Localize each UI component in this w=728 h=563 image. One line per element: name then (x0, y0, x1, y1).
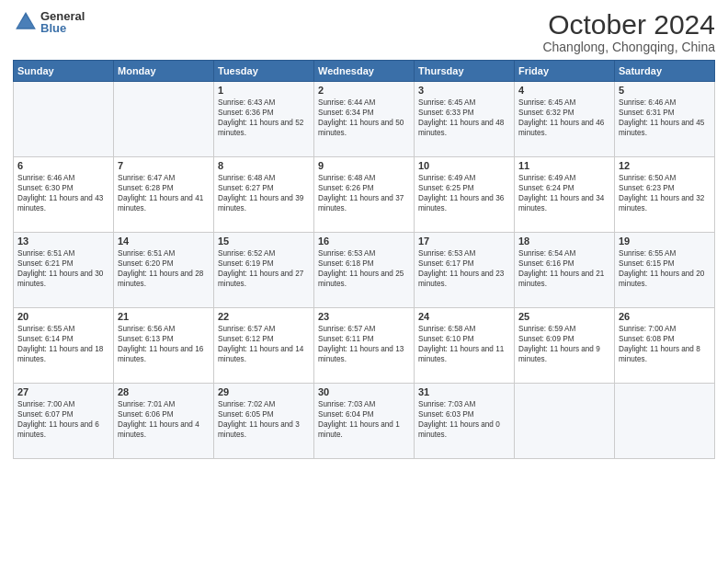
cell-content: Sunrise: 6:48 AMSunset: 6:26 PMDaylight:… (318, 173, 410, 213)
day-number: 8 (218, 160, 310, 171)
page: General Blue October 2024 Changlong, Cho… (0, 0, 728, 563)
calendar-week-row: 27Sunrise: 7:00 AMSunset: 6:07 PMDayligh… (14, 384, 715, 459)
calendar-cell: 20Sunrise: 6:55 AMSunset: 6:14 PMDayligh… (14, 308, 114, 384)
cell-content: Sunrise: 6:46 AMSunset: 6:30 PMDaylight:… (17, 173, 109, 213)
day-number: 26 (619, 311, 711, 322)
cell-content: Sunrise: 6:55 AMSunset: 6:15 PMDaylight:… (619, 248, 711, 289)
cell-content: Sunrise: 7:03 AMSunset: 6:03 PMDaylight:… (418, 399, 510, 440)
cell-content: Sunrise: 6:48 AMSunset: 6:27 PMDaylight:… (218, 173, 310, 213)
logo: General Blue (13, 9, 85, 35)
cell-content: Sunrise: 6:47 AMSunset: 6:28 PMDaylight:… (118, 173, 210, 213)
cell-content: Sunrise: 6:52 AMSunset: 6:19 PMDaylight:… (218, 248, 310, 289)
day-number: 22 (218, 311, 310, 322)
calendar-cell: 1Sunrise: 6:43 AMSunset: 6:36 PMDaylight… (214, 82, 314, 157)
day-number: 5 (619, 85, 711, 96)
calendar-cell: 15Sunrise: 6:52 AMSunset: 6:19 PMDayligh… (214, 233, 314, 308)
weekday-header-thursday: Thursday (415, 61, 515, 82)
calendar-cell (14, 82, 114, 157)
cell-content: Sunrise: 6:56 AMSunset: 6:13 PMDaylight:… (118, 324, 210, 364)
calendar-cell: 13Sunrise: 6:51 AMSunset: 6:21 PMDayligh… (14, 233, 114, 308)
logo-icon (13, 9, 39, 35)
cell-content: Sunrise: 6:43 AMSunset: 6:36 PMDaylight:… (218, 98, 310, 138)
cell-content: Sunrise: 6:45 AMSunset: 6:33 PMDaylight:… (418, 98, 510, 138)
calendar-cell: 8Sunrise: 6:48 AMSunset: 6:27 PMDaylight… (214, 157, 314, 233)
day-number: 12 (619, 160, 711, 171)
day-number: 18 (518, 236, 610, 247)
calendar-cell: 24Sunrise: 6:58 AMSunset: 6:10 PMDayligh… (415, 308, 515, 384)
calendar-cell: 10Sunrise: 6:49 AMSunset: 6:25 PMDayligh… (415, 157, 515, 233)
cell-content: Sunrise: 6:59 AMSunset: 6:09 PMDaylight:… (518, 324, 610, 364)
weekday-header-friday: Friday (515, 61, 615, 82)
cell-content: Sunrise: 6:51 AMSunset: 6:20 PMDaylight:… (118, 248, 210, 289)
calendar-week-row: 20Sunrise: 6:55 AMSunset: 6:14 PMDayligh… (14, 308, 715, 384)
cell-content: Sunrise: 7:01 AMSunset: 6:06 PMDaylight:… (118, 399, 210, 440)
cell-content: Sunrise: 6:53 AMSunset: 6:18 PMDaylight:… (318, 248, 410, 289)
calendar-cell: 6Sunrise: 6:46 AMSunset: 6:30 PMDaylight… (14, 157, 114, 233)
day-number: 13 (17, 236, 109, 247)
calendar-cell: 19Sunrise: 6:55 AMSunset: 6:15 PMDayligh… (615, 233, 715, 308)
weekday-header-wednesday: Wednesday (314, 61, 415, 82)
cell-content: Sunrise: 6:49 AMSunset: 6:25 PMDaylight:… (418, 173, 510, 213)
day-number: 10 (418, 160, 510, 171)
day-number: 9 (318, 160, 410, 171)
day-number: 4 (518, 85, 610, 96)
cell-content: Sunrise: 6:50 AMSunset: 6:23 PMDaylight:… (619, 173, 711, 213)
weekday-header-monday: Monday (114, 61, 214, 82)
calendar-cell: 2Sunrise: 6:44 AMSunset: 6:34 PMDaylight… (314, 82, 415, 157)
day-number: 7 (118, 160, 210, 171)
header: General Blue October 2024 Changlong, Cho… (13, 9, 715, 54)
calendar-cell: 3Sunrise: 6:45 AMSunset: 6:33 PMDaylight… (415, 82, 515, 157)
day-number: 11 (518, 160, 610, 171)
calendar-cell: 11Sunrise: 6:49 AMSunset: 6:24 PMDayligh… (515, 157, 615, 233)
calendar-cell: 23Sunrise: 6:57 AMSunset: 6:11 PMDayligh… (314, 308, 415, 384)
cell-content: Sunrise: 7:02 AMSunset: 6:05 PMDaylight:… (218, 399, 310, 440)
cell-content: Sunrise: 6:44 AMSunset: 6:34 PMDaylight:… (318, 98, 410, 138)
calendar-cell: 4Sunrise: 6:45 AMSunset: 6:32 PMDaylight… (515, 82, 615, 157)
day-number: 27 (17, 386, 109, 397)
calendar-cell: 12Sunrise: 6:50 AMSunset: 6:23 PMDayligh… (615, 157, 715, 233)
calendar-cell: 29Sunrise: 7:02 AMSunset: 6:05 PMDayligh… (214, 384, 314, 459)
calendar-cell (114, 82, 214, 157)
logo-text: General Blue (40, 10, 85, 34)
cell-content: Sunrise: 6:55 AMSunset: 6:14 PMDaylight:… (17, 324, 109, 364)
day-number: 19 (619, 236, 711, 247)
day-number: 14 (118, 236, 210, 247)
calendar-week-row: 1Sunrise: 6:43 AMSunset: 6:36 PMDaylight… (14, 82, 715, 157)
calendar-cell: 16Sunrise: 6:53 AMSunset: 6:18 PMDayligh… (314, 233, 415, 308)
cell-content: Sunrise: 6:57 AMSunset: 6:12 PMDaylight:… (218, 324, 310, 364)
calendar-cell: 27Sunrise: 7:00 AMSunset: 6:07 PMDayligh… (14, 384, 114, 459)
cell-content: Sunrise: 7:03 AMSunset: 6:04 PMDaylight:… (318, 399, 410, 440)
calendar-cell (615, 384, 715, 459)
day-number: 2 (318, 85, 410, 96)
calendar-cell (515, 384, 615, 459)
cell-content: Sunrise: 6:46 AMSunset: 6:31 PMDaylight:… (619, 98, 711, 138)
calendar-cell: 22Sunrise: 6:57 AMSunset: 6:12 PMDayligh… (214, 308, 314, 384)
cell-content: Sunrise: 6:51 AMSunset: 6:21 PMDaylight:… (17, 248, 109, 289)
weekday-header-saturday: Saturday (615, 61, 715, 82)
day-number: 29 (218, 386, 310, 397)
calendar-cell: 17Sunrise: 6:53 AMSunset: 6:17 PMDayligh… (415, 233, 515, 308)
cell-content: Sunrise: 6:45 AMSunset: 6:32 PMDaylight:… (518, 98, 610, 138)
calendar-cell: 26Sunrise: 7:00 AMSunset: 6:08 PMDayligh… (615, 308, 715, 384)
day-number: 1 (218, 85, 310, 96)
calendar-cell: 7Sunrise: 6:47 AMSunset: 6:28 PMDaylight… (114, 157, 214, 233)
day-number: 24 (418, 311, 510, 322)
day-number: 25 (518, 311, 610, 322)
calendar-cell: 21Sunrise: 6:56 AMSunset: 6:13 PMDayligh… (114, 308, 214, 384)
calendar-cell: 30Sunrise: 7:03 AMSunset: 6:04 PMDayligh… (314, 384, 415, 459)
calendar-week-row: 13Sunrise: 6:51 AMSunset: 6:21 PMDayligh… (14, 233, 715, 308)
cell-content: Sunrise: 6:57 AMSunset: 6:11 PMDaylight:… (318, 324, 410, 364)
day-number: 16 (318, 236, 410, 247)
main-title: October 2024 (542, 9, 715, 40)
day-number: 3 (418, 85, 510, 96)
day-number: 17 (418, 236, 510, 247)
cell-content: Sunrise: 7:00 AMSunset: 6:08 PMDaylight:… (619, 324, 711, 364)
calendar-cell: 5Sunrise: 6:46 AMSunset: 6:31 PMDaylight… (615, 82, 715, 157)
weekday-header-tuesday: Tuesday (214, 61, 314, 82)
calendar-cell: 18Sunrise: 6:54 AMSunset: 6:16 PMDayligh… (515, 233, 615, 308)
calendar-cell: 25Sunrise: 6:59 AMSunset: 6:09 PMDayligh… (515, 308, 615, 384)
calendar-cell: 14Sunrise: 6:51 AMSunset: 6:20 PMDayligh… (114, 233, 214, 308)
day-number: 20 (17, 311, 109, 322)
cell-content: Sunrise: 6:54 AMSunset: 6:16 PMDaylight:… (518, 248, 610, 289)
cell-content: Sunrise: 7:00 AMSunset: 6:07 PMDaylight:… (17, 399, 109, 440)
